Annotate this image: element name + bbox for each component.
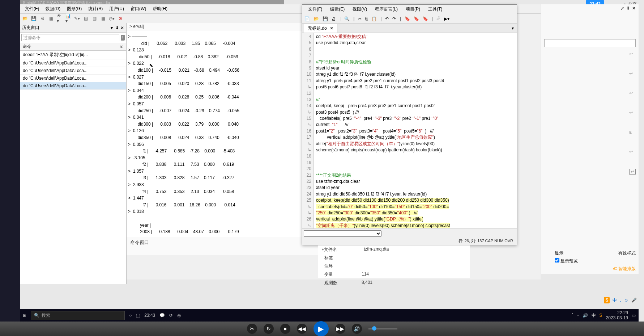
menu-user[interactable]: 用户(U) <box>106 5 127 13</box>
app-icon[interactable]: 💬 <box>159 313 165 318</box>
video-next-button[interactable]: ▶▶ <box>335 324 345 334</box>
tray-notif-icon[interactable]: ▭ <box>632 313 636 318</box>
tab-close-icon[interactable]: ✕ <box>330 26 333 31</box>
break-icon[interactable]: ⊘ <box>118 16 123 21</box>
save-icon[interactable]: 💾 <box>323 16 328 21</box>
do-combo[interactable] <box>304 230 381 237</box>
smart-layout[interactable]: 🏷 智能排版 <box>555 265 636 273</box>
print-icon[interactable]: 🖨 <box>332 16 336 21</box>
open-icon[interactable]: 📂 <box>22 16 28 21</box>
taskbar-search[interactable]: 🔍 搜索 <box>31 311 125 320</box>
bookmark-prev-icon[interactable]: 🔖 <box>414 16 419 21</box>
menu-data[interactable]: 数据(D) <box>43 5 63 13</box>
do-menu-project[interactable]: 项目(P) <box>402 5 424 13</box>
tray-icon[interactable]: ▫ <box>577 313 579 318</box>
history-item[interactable]: do "C:\Users\dell\AppData\Loca... <box>20 59 126 67</box>
menu-window[interactable]: 窗口(W) <box>128 5 149 13</box>
do-code-area[interactable]: 4567891011↳121314↳15↳1617↳↳1819202122232… <box>302 33 517 228</box>
taskview-icon[interactable]: ⬚ <box>136 313 140 318</box>
varmgr-icon[interactable]: ▦ <box>100 16 106 21</box>
do-menu-lang[interactable]: 程序语言(L) <box>371 5 401 13</box>
col-rc[interactable]: _rc <box>117 44 123 49</box>
do-menu-tools[interactable]: 工具(T) <box>425 5 446 13</box>
close-icon[interactable]: ✕ <box>120 25 124 30</box>
clock-icon[interactable]: ◷▾ <box>109 16 115 21</box>
task-time: 23:43 <box>144 313 155 318</box>
paste-icon[interactable]: 📋 <box>371 16 377 21</box>
history-item[interactable]: doedit "F:\AA-录制\空间did-时间... <box>20 51 126 59</box>
ime-mic[interactable]: 🎤 <box>631 298 637 303</box>
video-prev-button[interactable]: ◀◀ <box>297 324 307 334</box>
video-volume-button[interactable]: 🔊 <box>352 324 362 334</box>
undo-icon[interactable]: ↶ <box>385 16 389 21</box>
balloon-icon[interactable]: ☄ <box>436 16 440 21</box>
history-item[interactable]: do "C:\Users\dell\AppData\Loca... <box>20 75 126 82</box>
print-icon[interactable]: 🖨 <box>39 16 45 21</box>
col-cmd[interactable]: 命令 <box>23 43 31 50</box>
box-icon[interactable]: ↩ <box>629 169 636 175</box>
font-icon[interactable]: a <box>629 130 636 135</box>
tray-icon[interactable]: 中 <box>592 312 596 319</box>
do-tab-active[interactable]: 无标题.do ✕ <box>304 24 337 33</box>
dataeditor-icon[interactable]: ▤ <box>83 16 89 21</box>
video-play-button[interactable]: ▶ <box>314 321 329 336</box>
close-icon[interactable]: ✕ <box>632 6 636 12</box>
warn-icon[interactable]: ! <box>121 35 125 41</box>
do-menu-edit[interactable]: 编辑(E) <box>327 5 348 13</box>
ime-punct[interactable]: , <box>620 298 621 303</box>
do-menu-file[interactable]: 文件(F) <box>304 5 326 13</box>
pin-icon[interactable]: ⬇ <box>626 6 630 12</box>
history-item[interactable]: do "C:\Users\dell\AppData\Loca... <box>20 67 126 75</box>
start-icon[interactable]: ⊞ <box>23 313 26 318</box>
right-combo[interactable] <box>544 39 636 47</box>
display-panel: 显示有效样式 显示预览 🏷 智能排版 <box>552 248 639 274</box>
tray-sogou-icon[interactable]: S <box>600 313 602 318</box>
filter-icon[interactable]: ▼ <box>110 25 114 30</box>
cut-icon[interactable]: ✂ <box>358 16 362 21</box>
results-output[interactable]: > ───── did | 0.062 0.033 1.85 0.065 -0.… <box>127 31 304 237</box>
row-icon[interactable]: ↩ <box>629 91 636 96</box>
graph-icon[interactable]: 📊▾ <box>65 16 71 21</box>
menu-graphics[interactable]: 图形(G) <box>64 5 85 13</box>
search-icon[interactable]: 🔍 <box>344 16 350 21</box>
row-icon[interactable]: ↩ <box>629 110 636 115</box>
pin-icon[interactable]: ⬇ <box>115 25 119 30</box>
copy-icon[interactable]: ⎘ <box>365 16 368 21</box>
preview-checkbox[interactable]: 显示预览 <box>555 258 578 264</box>
menu-file[interactable]: 文件(F) <box>22 5 42 13</box>
menu-help[interactable]: 帮助(H) <box>150 5 170 13</box>
ime-emoji[interactable]: ☺ <box>624 298 628 303</box>
row-icon[interactable]: ↩ <box>629 71 636 76</box>
history-columns: 命令 _rc <box>20 43 126 51</box>
doedit-icon[interactable]: ✎▾ <box>74 16 80 21</box>
cortana-icon[interactable]: ○ <box>129 313 132 318</box>
history-item[interactable]: do "C:\Users\dell\AppData\Loca... <box>20 82 126 90</box>
databrowse-icon[interactable]: ▥ <box>91 16 97 21</box>
bookmark-icon[interactable]: 🔖 <box>405 16 410 21</box>
view-icon[interactable]: 👁▾ <box>57 16 63 21</box>
app-icon[interactable]: ◎ <box>177 313 181 318</box>
history-filter-input[interactable] <box>21 34 119 41</box>
redo-icon[interactable]: ↷ <box>392 16 396 21</box>
row-icon[interactable]: ↩ <box>629 149 636 154</box>
open-icon[interactable]: 📂 <box>314 16 319 21</box>
tray-up-icon[interactable]: ˄ <box>571 313 573 318</box>
sogou-icon[interactable]: S <box>604 297 610 303</box>
run-icon[interactable]: ▶▾ <box>444 16 449 21</box>
save-icon[interactable]: 💾 <box>31 16 37 21</box>
video-stop-button[interactable]: ■ <box>280 324 290 334</box>
expand-icon[interactable]: ⤢ <box>620 6 624 12</box>
video-reload-icon[interactable]: ↻ <box>264 324 274 334</box>
row-icon[interactable]: ↩ <box>629 51 636 56</box>
log-icon[interactable]: ▦ <box>48 16 54 21</box>
new-icon[interactable]: 📄 <box>304 16 310 21</box>
video-person-icon[interactable]: ✂ <box>247 324 257 334</box>
do-menu-view[interactable]: 视图(V) <box>349 5 371 13</box>
tray-icon[interactable]: 🔊 <box>583 313 588 318</box>
menu-statistics[interactable]: 统计(S) <box>85 5 106 13</box>
tab-dropdown-icon[interactable]: ▾ <box>509 26 517 31</box>
app-icon[interactable]: ⟳ <box>169 313 173 318</box>
bookmark-next-icon[interactable]: 🔖 <box>423 16 428 21</box>
volume-slider[interactable] <box>368 328 397 329</box>
ime-lang[interactable]: 中 <box>613 297 617 303</box>
